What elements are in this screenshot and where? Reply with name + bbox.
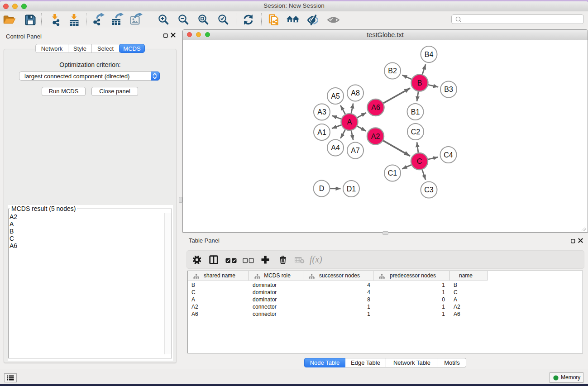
svg-text:A6: A6	[371, 104, 380, 111]
svg-text:D: D	[319, 185, 325, 192]
svg-text:B4: B4	[425, 51, 434, 58]
svg-text:A8: A8	[351, 89, 360, 97]
svg-text:B1: B1	[411, 108, 420, 116]
svg-text:A7: A7	[351, 147, 360, 154]
svg-text:B3: B3	[444, 86, 453, 93]
svg-text:C: C	[417, 157, 422, 165]
svg-text:D1: D1	[347, 185, 356, 193]
svg-text:A3: A3	[317, 108, 326, 116]
svg-text:C2: C2	[411, 128, 421, 136]
svg-text:C3: C3	[424, 186, 434, 194]
svg-text:A1: A1	[317, 129, 326, 136]
svg-text:A5: A5	[331, 92, 340, 100]
svg-text:B2: B2	[388, 67, 397, 75]
svg-text:A4: A4	[331, 144, 340, 152]
svg-text:A2: A2	[371, 133, 380, 140]
svg-text:B: B	[417, 79, 422, 87]
svg-text:C1: C1	[388, 169, 397, 177]
svg-text:A: A	[347, 118, 352, 126]
svg-text:C4: C4	[444, 151, 453, 159]
